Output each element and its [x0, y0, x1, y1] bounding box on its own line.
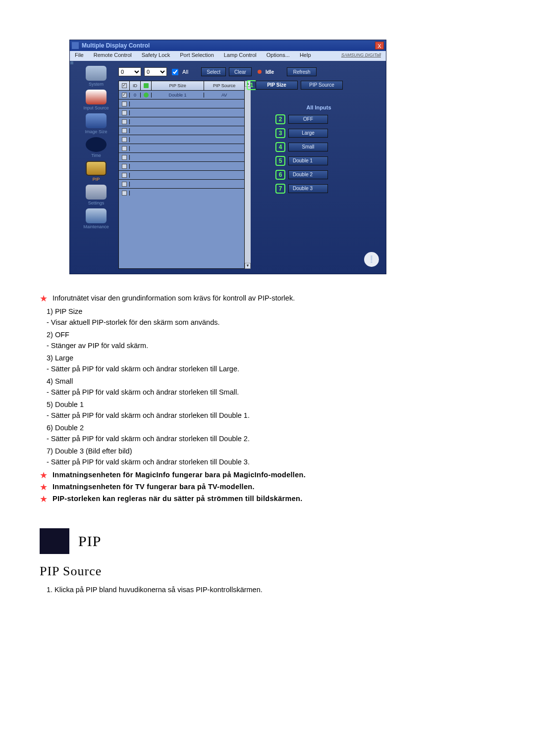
menu-remote-control[interactable]: Remote Control — [89, 51, 137, 61]
sidebar-item-pip[interactable]: PIP — [86, 161, 107, 182]
table-row[interactable] — [119, 108, 244, 117]
range-start-select[interactable]: 0 — [118, 67, 141, 76]
sidebar-item-system[interactable]: System — [86, 66, 107, 87]
callout-3: 3 — [275, 128, 285, 138]
check-all-icon[interactable] — [122, 83, 127, 88]
grid-scrollbar[interactable]: ▲ ▼ — [245, 81, 251, 269]
sidebar-item-label: Settings — [88, 201, 105, 205]
star-icon: ★ — [40, 294, 48, 303]
table-row[interactable] — [119, 170, 244, 179]
close-icon[interactable]: X — [375, 42, 384, 50]
pip-option-button[interactable]: Small — [288, 143, 328, 151]
input-source-icon — [86, 90, 107, 104]
row-checkbox[interactable] — [122, 182, 127, 187]
table-row[interactable] — [119, 179, 244, 188]
content-area: 0 0 All Select Clear Idle Refresh — [118, 66, 382, 269]
top-controls: 0 0 All Select Clear Idle Refresh — [118, 66, 382, 78]
col-checkbox — [119, 81, 130, 90]
main-row: ID PIP Size PIP Source 0Double 1AV ▲ ▼ — [118, 81, 382, 269]
refresh-button[interactable]: Refresh — [287, 67, 317, 76]
star-icon: ★ — [40, 483, 48, 492]
image-size-icon — [86, 113, 107, 128]
sidebar-item-label: System — [89, 82, 104, 87]
row-checkbox[interactable] — [122, 191, 127, 196]
titlebar: Multiple Display Control X — [70, 40, 386, 51]
callout-2: 2 — [275, 114, 285, 124]
settings-icon — [86, 185, 107, 200]
idle-indicator-icon — [258, 70, 262, 74]
pip-source-tab[interactable]: PIP Source — [301, 81, 343, 90]
sidebar-item-maintenance[interactable]: Maintenance — [83, 208, 109, 229]
all-label: All — [182, 69, 188, 75]
doc-list-item: 5) Double 1- Sätter på PIP för vald skär… — [47, 399, 495, 421]
doc-list-item: 2) OFF- Stänger av PIP för vald skärm. — [47, 329, 495, 352]
star-icon: ★ — [40, 495, 48, 504]
range-end-select[interactable]: 0 — [144, 67, 167, 76]
row-checkbox[interactable] — [122, 93, 127, 98]
idle-label: Idle — [266, 69, 274, 75]
table-row[interactable] — [119, 117, 244, 126]
menu-file[interactable]: File — [70, 51, 89, 61]
row-checkbox[interactable] — [122, 173, 127, 178]
sidebar-item-settings[interactable]: Settings — [86, 185, 107, 205]
row-checkbox[interactable] — [122, 101, 127, 106]
workspace: System Input Source Image Size Time PIP — [70, 61, 386, 274]
table-row[interactable] — [119, 144, 244, 152]
table-row[interactable] — [119, 188, 244, 197]
cell-pip-source: AV — [204, 93, 244, 98]
callout-6: 6 — [275, 170, 285, 180]
pip-option-button[interactable]: Double 2 — [288, 170, 328, 179]
pip-icon — [86, 161, 107, 176]
menu-port-selection[interactable]: Port Selection — [175, 51, 218, 61]
table-row[interactable] — [119, 161, 244, 170]
cell-id: 0 — [130, 93, 141, 98]
doc-list-item: 1) PIP Size- Visar aktuell PIP-storlek f… — [47, 306, 495, 328]
callout-4: 4 — [275, 142, 285, 152]
all-checkbox[interactable] — [172, 69, 178, 75]
row-checkbox[interactable] — [122, 137, 127, 142]
select-button[interactable]: Select — [201, 67, 226, 76]
pip-size-tab[interactable]: PIP Size — [256, 81, 298, 90]
sidebar-item-input-source[interactable]: Input Source — [83, 90, 108, 110]
menu-help[interactable]: Help — [295, 51, 316, 61]
pip-option-button[interactable]: OFF — [288, 115, 328, 124]
row-checkbox[interactable] — [122, 155, 127, 160]
star-icon: ★ — [40, 471, 48, 480]
row-checkbox[interactable] — [122, 146, 127, 151]
sidebar-item-time[interactable]: Time — [86, 137, 107, 158]
grid-header: ID PIP Size PIP Source — [119, 81, 244, 90]
table-row[interactable] — [119, 135, 244, 144]
scroll-down-icon[interactable]: ▼ — [245, 263, 251, 269]
pip-subheading: PIP Source — [40, 564, 495, 579]
row-checkbox[interactable] — [122, 128, 127, 133]
pip-option-button[interactable]: Large — [288, 129, 328, 138]
window-title: Multiple Display Control — [82, 42, 375, 49]
menu-options[interactable]: Options... — [262, 51, 295, 61]
mdc-window: Multiple Display Control X File Remote C… — [69, 40, 386, 274]
sidebar-item-image-size[interactable]: Image Size — [85, 113, 107, 134]
row-checkbox[interactable] — [122, 110, 127, 115]
display-grid: ID PIP Size PIP Source 0Double 1AV — [118, 81, 245, 269]
menubar: File Remote Control Safety Lock Port Sel… — [70, 51, 386, 61]
pip-option-button[interactable]: Double 3 — [288, 184, 328, 193]
table-row[interactable] — [119, 152, 244, 161]
pip-option-button[interactable]: Double 1 — [288, 156, 328, 165]
all-inputs-label: All Inputs — [306, 104, 331, 110]
clear-button[interactable]: Clear — [229, 67, 252, 76]
doc-list-item: 7) Double 3 (Bild efter bild)- Sätter på… — [47, 446, 495, 468]
status-header-icon — [144, 83, 149, 88]
menu-safety-lock[interactable]: Safety Lock — [137, 51, 175, 61]
col-id: ID — [130, 81, 141, 90]
sidebar-item-label: PIP — [93, 177, 100, 182]
note-text: Inmatningsenheten för MagicInfo fungerar… — [53, 471, 306, 480]
table-row[interactable]: 0Double 1AV — [119, 90, 244, 99]
table-row[interactable] — [119, 99, 244, 108]
pip-section-icon — [40, 528, 69, 554]
col-pip-source: PIP Source — [204, 81, 244, 90]
row-checkbox[interactable] — [122, 119, 127, 124]
row-checkbox[interactable] — [122, 164, 127, 169]
menu-lamp-control[interactable]: Lamp Control — [219, 51, 262, 61]
pip-right-panel: 1 PIP Size PIP Source All Inputs 2OFF3La… — [256, 81, 382, 269]
table-row[interactable] — [119, 126, 244, 135]
pip-heading: PIP — [78, 533, 101, 550]
